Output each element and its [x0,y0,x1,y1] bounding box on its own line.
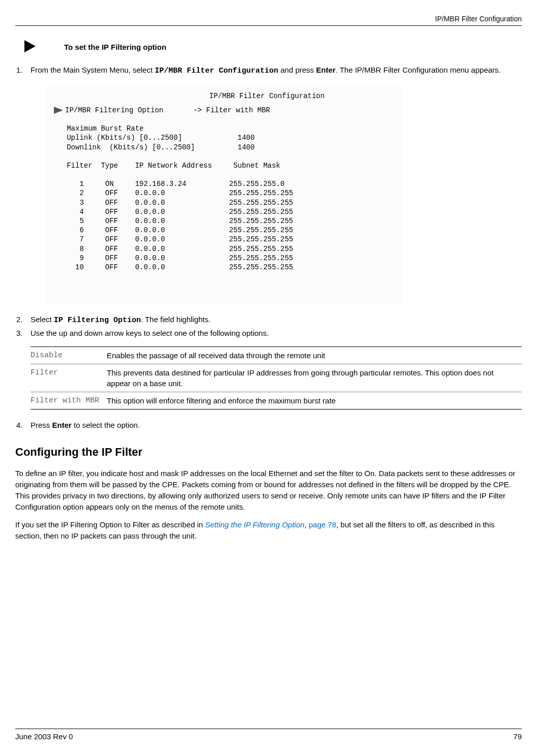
screenshot-title: IP/MBR Filter Configuration [140,91,394,101]
body-paragraph: If you set the IP Filtering Option to Fi… [15,519,522,542]
option-desc: This option will enforce filtering and e… [107,392,522,409]
screenshot-line [54,170,394,179]
option-name: Filter [31,364,107,392]
step-key: Enter [52,421,72,429]
section-heading: Configuring the IP Filter [15,445,522,460]
option-name: Filter with MBR [31,392,107,409]
option-name: Disable [31,346,107,364]
option-desc: Enables the passage of all received data… [107,346,522,364]
step-number: 4. [15,420,31,430]
pointer-arrow-icon [54,107,63,114]
screenshot-line: Downlink (Kbits/s) [0...2500] 1400 [54,143,394,152]
step-text: to select the option. [72,421,140,429]
screenshot-row: 7 OFF 0.0.0.0 255.255.255.255 [54,235,394,244]
page-footer: June 2003 Rev 0 79 [15,729,522,742]
step-code: IP/MBR Filter Configuration [155,67,278,75]
body-paragraph: To define an IP filter, you indicate hos… [15,468,522,512]
screenshot-text: IP/MBR Filtering Option -> Filter with M… [65,106,270,114]
screenshot-line: Maximum Burst Rate [54,124,394,133]
screenshot-row: 4 OFF 0.0.0.0 255.255.255.255 [54,207,394,216]
header-title: IP/MBR Filter Configuration [435,14,522,24]
step-content: From the Main System Menu, select IP/MBR… [31,65,522,76]
options-table: Disable Enables the passage of all recei… [31,346,522,410]
table-row: Filter This prevents data destined for p… [31,364,522,392]
step-text: From the Main System Menu, select [31,66,155,74]
config-screenshot: IP/MBR Filter Configuration IP/MBR Filte… [46,85,402,305]
step-text: Press [31,421,52,429]
screenshot-row: 10 OFF 0.0.0.0 255.255.255.255 [54,263,394,272]
screenshot-row: 5 OFF 0.0.0.0 255.255.255.255 [54,216,394,226]
step-text: Use the up and down arrow keys to select… [31,329,269,337]
cross-reference-link[interactable]: Setting the IP Filtering Option [205,520,304,529]
step-key: Enter [316,66,336,74]
step-content: Use the up and down arrow keys to select… [31,328,522,338]
footer-date: June 2003 Rev 0 [15,731,73,742]
step-1: 1. From the Main System Menu, select IP/… [15,65,522,76]
screenshot-row: 8 OFF 0.0.0.0 255.255.255.255 [54,244,394,254]
step-content: Select IP Filtering Option. The field hi… [31,314,522,326]
option-desc: This prevents data destined for particul… [107,364,522,392]
screenshot-line: IP/MBR Filtering Option -> Filter with M… [54,106,394,115]
screenshot-row: 1 ON 192.168.3.24 255.255.255.0 [54,179,394,188]
step-2: 2. Select IP Filtering Option. The field… [15,314,522,326]
step-number: 3. [15,328,31,338]
text: , [305,520,309,529]
step-text: . The field highlights. [141,315,211,324]
step-content: Press Enter to select the option. [31,420,522,430]
table-row: Disable Enables the passage of all recei… [31,346,522,364]
screenshot-row: 6 OFF 0.0.0.0 255.255.255.255 [54,226,394,235]
screenshot-row: 9 OFF 0.0.0.0 255.255.255.255 [54,254,394,263]
screenshot-line [54,152,394,161]
page-header: IP/MBR Filter Configuration [15,14,522,26]
procedure-title: To set the IP Filtering option [64,40,166,52]
step-text: Select [31,315,54,324]
step-3: 3. Use the up and down arrow keys to sel… [15,328,522,338]
screenshot-line: Uplink (Kbits/s) [0...2500] 1400 [54,133,394,142]
step-text: and press [278,66,316,74]
step-number: 2. [15,314,31,326]
procedure-heading: To set the IP Filtering option [15,40,522,52]
screenshot-row: 2 OFF 0.0.0.0 255.255.255.255 [54,188,394,198]
step-number: 1. [15,65,31,76]
footer-page-number: 79 [513,731,522,742]
screenshot-line [54,115,394,124]
right-arrow-icon [24,40,36,52]
page-reference-link[interactable]: page 78 [309,520,336,529]
step-text: . The IP/MBR Filter Configuration menu a… [336,66,501,74]
step-4: 4. Press Enter to select the option. [15,420,522,430]
text: If you set the IP Filtering Option to Fi… [15,520,205,529]
table-row: Filter with MBR This option will enforce… [31,392,522,409]
screenshot-table-header: Filter Type IP Network Address Subnet Ma… [54,161,394,170]
step-code: IP Filtering Option [54,316,141,325]
screenshot-row: 3 OFF 0.0.0.0 255.255.255.255 [54,198,394,207]
